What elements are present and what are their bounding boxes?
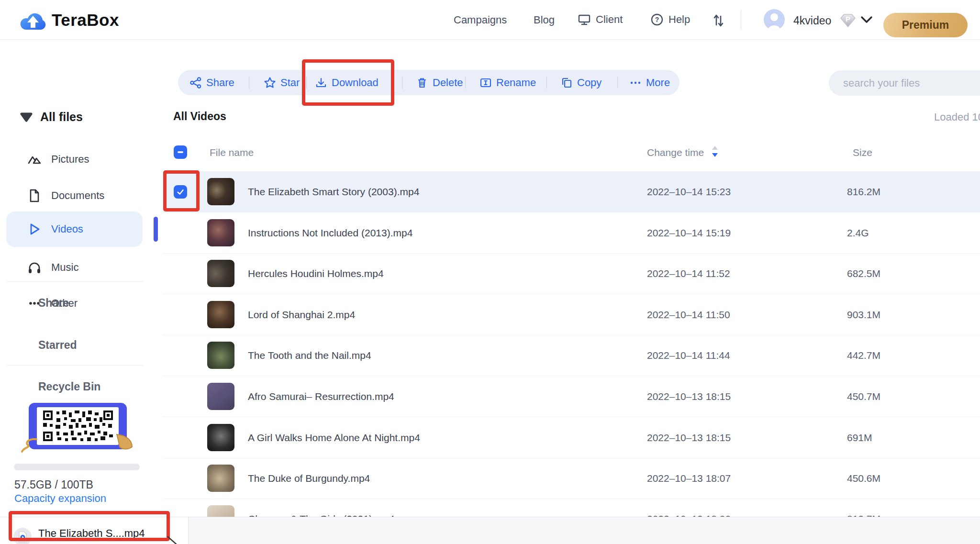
capacity-expansion-link[interactable]: Capacity expansion: [14, 492, 106, 505]
select-all-checkbox[interactable]: [174, 145, 187, 159]
premium-button[interactable]: Premium: [883, 13, 968, 37]
nav-campaigns[interactable]: Campaigns: [454, 14, 507, 26]
toolbar-divider: [465, 77, 466, 89]
file-change-time: 2022–10–13 18:07: [647, 458, 731, 499]
table-row[interactable]: The Duke of Burgundy.mp4 2022–10–13 18:0…: [163, 458, 980, 499]
sidebar-item-music[interactable]: Music: [27, 260, 78, 275]
nav-help-label: Help: [668, 13, 690, 26]
music-icon: [27, 260, 42, 275]
videos-label: Videos: [51, 223, 83, 235]
table-row[interactable]: Instructions Not Included (2013).mp4 202…: [163, 212, 980, 254]
documents-icon: [27, 189, 42, 203]
file-thumbnail: [207, 301, 234, 328]
brand-name[interactable]: TeraBox: [52, 11, 119, 30]
share-button[interactable]: Share: [189, 70, 234, 95]
sort-arrows-icon[interactable]: [711, 145, 719, 159]
transfer-list-icon[interactable]: [711, 13, 725, 27]
avatar[interactable]: [764, 9, 785, 30]
column-change-time[interactable]: Change time: [647, 147, 704, 158]
file-name[interactable]: The Elizabeth Smart Story (2003).mp4: [248, 171, 419, 212]
file-size: 903.1M: [847, 294, 880, 335]
table-row[interactable]: The Tooth and the Nail.mp4 2022–10–14 11…: [163, 335, 980, 376]
file-thumbnail: [207, 424, 234, 451]
more-button[interactable]: More: [629, 70, 670, 95]
delete-button[interactable]: Delete: [416, 70, 463, 95]
nav-client[interactable]: Client: [577, 12, 623, 27]
file-name[interactable]: A Girl Walks Home Alone At Night.mp4: [248, 417, 420, 458]
file-change-time: 2022–10–14 11:44: [647, 335, 730, 376]
file-name[interactable]: Instructions Not Included (2013).mp4: [248, 212, 412, 254]
username[interactable]: 4kvideo: [793, 14, 831, 27]
nav-help[interactable]: ? Help: [650, 12, 690, 27]
file-change-time: 2022–10–14 15:23: [647, 171, 731, 212]
sidebar-item-starred[interactable]: Starred: [38, 339, 77, 352]
delete-label: Delete: [433, 77, 463, 89]
file-name[interactable]: Chansey & The Girls (2021).mp4: [248, 499, 395, 517]
videos-active-indicator: [154, 217, 158, 242]
star-button[interactable]: Star: [264, 70, 300, 95]
column-size[interactable]: Size: [853, 147, 872, 158]
file-thumbnail: [207, 505, 234, 517]
table-row[interactable]: The Elizabeth Smart Story (2003).mp4 202…: [163, 171, 980, 212]
table-row[interactable]: Hercules Houdini Holmes.mp4 2022–10–14 1…: [163, 253, 980, 294]
pictures-label: Pictures: [51, 153, 89, 166]
file-name[interactable]: The Duke of Burgundy.mp4: [248, 458, 370, 499]
sidebar-item-documents[interactable]: Documents: [27, 189, 104, 203]
table-row[interactable]: A Girl Walks Home Alone At Night.mp4 202…: [163, 417, 980, 458]
sidebar-item-pictures[interactable]: Pictures: [27, 152, 89, 167]
nav-blog[interactable]: Blog: [534, 14, 555, 26]
column-file-name[interactable]: File name: [210, 147, 254, 158]
videos-icon: [27, 222, 42, 236]
search-input[interactable]: [842, 70, 980, 96]
table-row[interactable]: Lord of Shanghai 2.mp4 2022–10–14 11:50 …: [163, 294, 980, 335]
gold-horn-icon: [114, 431, 135, 452]
table-row[interactable]: Afro Samurai– Resurrection.mp4 2022–10–1…: [163, 376, 980, 417]
rename-icon: [479, 77, 492, 89]
file-size: 2.4G: [847, 212, 869, 254]
qr-banner[interactable]: [29, 403, 127, 449]
share-label: Share: [206, 77, 234, 89]
terabox-logo-icon[interactable]: [19, 10, 47, 31]
row-checkbox-checked[interactable]: [174, 185, 187, 199]
copy-icon: [560, 77, 573, 89]
sidebar-item-all-files[interactable]: All files: [20, 110, 83, 124]
rename-button[interactable]: Rename: [479, 70, 536, 95]
file-name[interactable]: The Tooth and the Nail.mp4: [248, 335, 371, 376]
all-files-label: All files: [40, 110, 83, 124]
file-name[interactable]: Lord of Shanghai 2.mp4: [248, 294, 355, 335]
downloading-file-name[interactable]: The Elizabeth S....mp4: [38, 527, 145, 540]
copy-button[interactable]: Copy: [560, 70, 601, 95]
file-name[interactable]: Afro Samurai– Resurrection.mp4: [248, 376, 394, 417]
file-thumbnail: [207, 383, 234, 410]
documents-label: Documents: [51, 189, 104, 202]
svg-text:?: ?: [655, 16, 659, 23]
toolbar-divider: [402, 77, 402, 89]
chevron-down-icon[interactable]: [860, 15, 873, 24]
sidebar-item-share[interactable]: Share: [38, 297, 69, 310]
sidebar: All files Pictures Documents: [0, 39, 163, 517]
file-thumbnail: [207, 465, 234, 492]
file-change-time: 2022–10–13 18:15: [647, 376, 731, 417]
star-label: Star: [280, 77, 300, 89]
file-thumbnail: [207, 178, 234, 205]
table-row[interactable]: Chansey & The Girls (2021).mp4 2022–10–1…: [163, 499, 980, 517]
file-name[interactable]: Hercules Houdini Holmes.mp4: [248, 253, 384, 294]
sidebar-item-recycle-bin[interactable]: Recycle Bin: [38, 380, 100, 393]
cursor-artifact: [167, 536, 177, 544]
download-button[interactable]: Download: [315, 70, 379, 95]
sidebar-item-videos[interactable]: Videos: [27, 222, 83, 236]
file-change-time: 2022–10–14 11:50: [647, 294, 730, 335]
terabox-window: TeraBox Campaigns Blog Client ? Help: [0, 0, 980, 544]
loaded-count: Loaded 10: [934, 111, 980, 123]
transfer-bar-divider: [188, 517, 189, 544]
file-size: 682.5M: [847, 253, 880, 294]
gold-ribbon-icon: [20, 437, 39, 455]
storage-usage: 57.5GB / 100TB: [14, 478, 93, 491]
pictures-icon: [27, 152, 42, 167]
header-divider: [741, 10, 741, 30]
top-bar: TeraBox Campaigns Blog Client ? Help: [0, 0, 980, 40]
sidebar-divider-1: [7, 281, 143, 282]
page-title: All Videos: [173, 110, 226, 123]
file-change-time: 2022–10–13 18:15: [647, 417, 731, 458]
monitor-icon: [577, 12, 591, 27]
